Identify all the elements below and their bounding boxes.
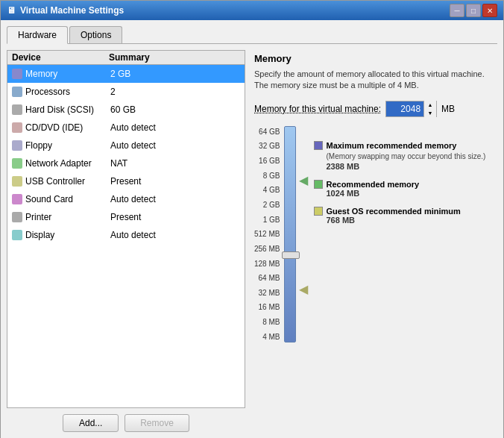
slider-label: 16 MB <box>254 303 280 311</box>
device-name: Hard Disk (SCSI) <box>25 104 110 115</box>
window-body: Hardware Options Device Summary Memory2 … <box>1 20 503 438</box>
legend-header: Maximum recommended memory <box>314 141 485 150</box>
legend-item: Maximum recommended memory(Memory swappi… <box>314 141 485 171</box>
legend-value: 768 MB <box>326 216 485 225</box>
legend-label: Maximum recommended memory <box>326 141 456 150</box>
legend-color-box <box>314 141 323 150</box>
window-title: Virtual Machine Settings <box>20 5 124 16</box>
legend-item: Guest OS recommended minimum768 MB <box>314 207 485 225</box>
device-name: Sound Card <box>25 194 110 204</box>
slider-label: 4 GB <box>254 186 280 194</box>
device-icon-hdd <box>12 104 22 115</box>
device-icon-sound <box>12 194 22 204</box>
slider-label: 32 MB <box>254 289 280 297</box>
spinner-down[interactable]: ▼ <box>424 109 436 117</box>
add-button[interactable]: Add... <box>63 414 119 432</box>
left-panel: Device Summary Memory2 GBProcessors2Hard… <box>7 50 245 432</box>
slider-label: 32 GB <box>254 142 280 150</box>
tab-hardware[interactable]: Hardware <box>7 26 68 44</box>
legend-sub: (Memory swapping may occur beyond this s… <box>326 151 485 162</box>
memory-unit-label: MB <box>441 104 455 114</box>
slider-label: 16 GB <box>254 157 280 165</box>
device-summary: Present <box>110 176 240 187</box>
device-icon-network <box>12 158 22 169</box>
table-row[interactable]: PrinterPresent <box>7 208 245 226</box>
table-row[interactable]: Sound CardAuto detect <box>7 190 245 208</box>
table-row[interactable]: Memory2 GB <box>7 65 245 83</box>
device-icon-cdrom <box>12 122 22 133</box>
legend-label: Recommended memory <box>326 180 419 189</box>
device-icon-cpu <box>12 87 22 97</box>
slider-container: 64 GB32 GB16 GB8 GB4 GB2 GB1 GB512 MB256… <box>254 126 494 342</box>
legend-area: Maximum recommended memory(Memory swappi… <box>314 126 485 342</box>
slider-labels: 64 GB32 GB16 GB8 GB4 GB2 GB1 GB512 MB256… <box>254 126 284 342</box>
device-icon-floppy <box>12 140 22 151</box>
close-button[interactable]: ✕ <box>482 4 497 17</box>
table-row[interactable]: Hard Disk (SCSI)60 GB <box>7 101 245 119</box>
slider-track[interactable] <box>284 126 296 342</box>
device-icon-usb <box>12 176 22 187</box>
slider-label: 8 GB <box>254 172 280 180</box>
slider-label: 512 MB <box>254 230 280 238</box>
device-icon-printer <box>12 212 22 222</box>
table-row[interactable]: CD/DVD (IDE)Auto detect <box>7 119 245 137</box>
device-summary: 60 GB <box>110 104 240 115</box>
device-icon-memory <box>12 69 22 79</box>
tab-bar: Hardware Options <box>7 26 497 44</box>
arrow-right-bottom: ◀ <box>299 284 308 295</box>
title-bar-left: 🖥 Virtual Machine Settings <box>7 5 124 16</box>
table-row[interactable]: USB ControllerPresent <box>7 172 245 190</box>
device-summary: Auto detect <box>110 140 240 151</box>
legend-value: 1024 MB <box>326 189 485 198</box>
remove-button[interactable]: Remove <box>125 414 189 432</box>
table-row[interactable]: FloppyAuto detect <box>7 137 245 154</box>
device-name: Floppy <box>25 140 110 151</box>
device-summary: Auto detect <box>110 230 240 240</box>
bottom-buttons: Add... Remove <box>7 414 245 432</box>
legend-item: Recommended memory1024 MB <box>314 180 485 198</box>
slider-arrows: ◀ ◀ <box>299 128 308 342</box>
tab-options[interactable]: Options <box>69 26 122 43</box>
col-summary-header: Summary <box>109 52 240 63</box>
device-name: Printer <box>25 212 110 222</box>
main-window: 🖥 Virtual Machine Settings ─ □ ✕ Hardwar… <box>0 0 504 438</box>
slider-thumb[interactable] <box>282 251 300 259</box>
col-device-header: Device <box>12 52 109 63</box>
section-desc: Specify the amount of memory allocated t… <box>254 69 494 92</box>
table-row[interactable]: DisplayAuto detect <box>7 226 245 244</box>
memory-input[interactable] <box>386 101 423 116</box>
table-row[interactable]: Network AdapterNAT <box>7 154 245 172</box>
legend-label: Guest OS recommended minimum <box>326 207 460 216</box>
device-name: Memory <box>25 69 110 79</box>
device-name: Network Adapter <box>25 158 110 169</box>
legend-color-box <box>314 207 323 216</box>
device-summary: 2 <box>110 87 240 97</box>
legend-header: Recommended memory <box>314 180 485 189</box>
window-icon: 🖥 <box>7 5 16 16</box>
slider-label: 128 MB <box>254 260 280 268</box>
slider-track-area: ◀ ◀ <box>284 126 308 342</box>
memory-input-wrapper: ▲ ▼ <box>385 101 437 117</box>
device-summary: Present <box>110 212 240 222</box>
slider-label: 1 GB <box>254 216 280 224</box>
device-icon-display <box>12 230 22 240</box>
device-table: Device Summary Memory2 GBProcessors2Hard… <box>7 50 245 408</box>
table-header: Device Summary <box>7 51 245 65</box>
device-summary: Auto detect <box>110 194 240 204</box>
legend-value: 2388 MB <box>326 162 485 171</box>
main-content: Device Summary Memory2 GBProcessors2Hard… <box>7 50 497 432</box>
spinner-up[interactable]: ▲ <box>424 101 436 109</box>
device-rows-container: Memory2 GBProcessors2Hard Disk (SCSI)60 … <box>7 65 245 244</box>
device-name: CD/DVD (IDE) <box>25 122 110 133</box>
slider-label: 256 MB <box>254 245 280 253</box>
minimize-button[interactable]: ─ <box>450 4 464 17</box>
device-summary: NAT <box>110 158 240 169</box>
memory-input-row: Memory for this virtual machine: ▲ ▼ MB <box>254 101 494 117</box>
maximize-button[interactable]: □ <box>466 4 481 17</box>
table-row[interactable]: Processors2 <box>7 83 245 101</box>
title-controls: ─ □ ✕ <box>450 4 497 17</box>
memory-input-label: Memory for this virtual machine: <box>254 104 381 114</box>
title-bar: 🖥 Virtual Machine Settings ─ □ ✕ <box>1 1 503 20</box>
section-title: Memory <box>254 53 494 64</box>
slider-label: 4 MB <box>254 333 280 341</box>
